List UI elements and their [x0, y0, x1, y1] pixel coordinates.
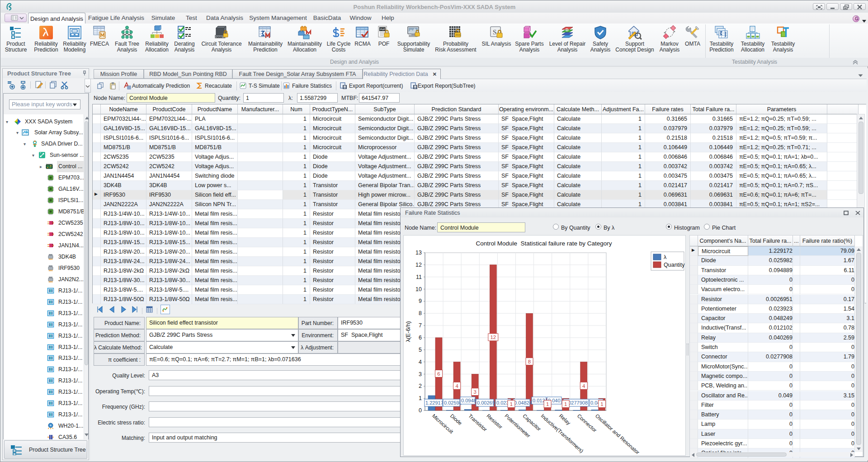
svg-text:1: 1 — [546, 401, 549, 407]
svg-text:3: 3 — [473, 389, 476, 395]
svg-text:1: 1 — [564, 401, 567, 407]
svg-text:0.02598: 0.02598 — [444, 400, 462, 405]
svg-text:D: D — [566, 28, 569, 32]
svg-text:0.04824: 0.04824 — [514, 400, 532, 405]
svg-text:λ(E-6/h): λ(E-6/h) — [405, 321, 411, 342]
svg-text:6: 6 — [419, 335, 422, 341]
svg-text:Quantity: Quantity — [664, 262, 685, 268]
svg-text:8: 8 — [419, 310, 422, 316]
svg-text:12: 12 — [490, 335, 496, 340]
svg-text:11: 11 — [416, 274, 422, 280]
svg-text:12: 12 — [415, 262, 422, 268]
svg-text:13: 13 — [415, 250, 422, 256]
svg-text:λ: λ — [664, 254, 667, 260]
svg-text:Oscillator and Resonator: Oscillator and Resonator — [594, 413, 641, 456]
svg-text:RIS: RIS — [456, 33, 461, 37]
svg-text:1: 1 — [600, 401, 603, 407]
svg-text:PoF: PoF — [380, 28, 385, 31]
svg-text:6: 6 — [437, 371, 440, 377]
svg-text:Resistor: Resistor — [486, 413, 503, 430]
svg-text:0.0948: 0.0948 — [461, 398, 476, 403]
svg-text:1.22917: 1.22917 — [425, 400, 443, 405]
svg-text:Connector: Connector — [576, 413, 598, 434]
svg-text:9: 9 — [419, 298, 422, 304]
svg-text:1: 1 — [419, 395, 422, 401]
svg-text:4: 4 — [582, 383, 585, 389]
svg-text:Control Module Statistical fa: Control Module Statistical failure rate … — [476, 240, 612, 247]
svg-text:4: 4 — [455, 383, 458, 389]
svg-text:7: 7 — [419, 322, 422, 329]
svg-text:0: 0 — [419, 407, 422, 414]
svg-text:10: 10 — [415, 286, 422, 292]
svg-text:Transistor: Transistor — [467, 413, 488, 433]
svg-text:3: 3 — [419, 371, 422, 377]
svg-text:4: 4 — [419, 359, 422, 365]
svg-text:5: 5 — [419, 347, 422, 353]
svg-text:2: 2 — [419, 383, 422, 389]
svg-text:0.00269: 0.00269 — [477, 400, 495, 405]
svg-text:0.012: 0.012 — [533, 398, 545, 403]
svg-text:1: 1 — [510, 401, 513, 407]
svg-text:S: S — [493, 28, 496, 36]
svg-text:Diode: Diode — [449, 413, 463, 426]
svg-text:8: 8 — [528, 359, 531, 364]
svg-text:Relay: Relay — [558, 413, 571, 426]
